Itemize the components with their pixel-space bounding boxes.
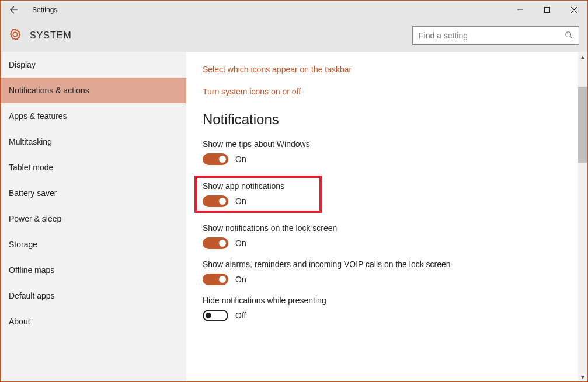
setting-label: Hide notifications while presenting bbox=[203, 296, 483, 305]
toggle-state: On bbox=[235, 239, 246, 248]
sidebar-item-apps[interactable]: Apps & features bbox=[1, 103, 186, 129]
close-icon bbox=[570, 6, 577, 13]
window-controls bbox=[507, 1, 587, 19]
section-title: SYSTEM bbox=[30, 30, 72, 41]
svg-line-5 bbox=[570, 36, 573, 38]
sidebar-item-battery[interactable]: Battery saver bbox=[1, 180, 186, 206]
scroll-down-icon[interactable]: ▼ bbox=[578, 372, 587, 381]
toggle-alarms[interactable] bbox=[203, 274, 228, 285]
sidebar: Display Notifications & actions Apps & f… bbox=[1, 52, 186, 381]
link-system-icons[interactable]: Turn system icons on or off bbox=[203, 87, 571, 96]
toggle-tips[interactable] bbox=[203, 153, 228, 165]
setting-lockscreen-notifications: Show notifications on the lock screen On bbox=[203, 223, 571, 249]
sidebar-item-maps[interactable]: Offline maps bbox=[1, 257, 186, 283]
toggle-presenting[interactable] bbox=[203, 310, 228, 321]
search-icon bbox=[565, 31, 573, 41]
toggle-state: On bbox=[235, 197, 246, 206]
maximize-icon bbox=[544, 6, 551, 13]
search-input[interactable] bbox=[419, 27, 565, 44]
svg-rect-1 bbox=[545, 8, 550, 13]
sidebar-item-about[interactable]: About bbox=[1, 309, 186, 334]
window-title: Settings bbox=[32, 6, 57, 14]
link-taskbar-icons[interactable]: Select which icons appear on the taskbar bbox=[203, 65, 571, 74]
scrollbar-track[interactable]: ▲ ▼ bbox=[578, 52, 587, 381]
toggle-lockscreen[interactable] bbox=[203, 237, 228, 249]
back-button[interactable] bbox=[1, 1, 27, 19]
toggle-state: Off bbox=[235, 311, 246, 320]
content: Select which icons appear on the taskbar… bbox=[186, 52, 587, 381]
minimize-icon bbox=[517, 6, 524, 13]
notifications-heading: Notifications bbox=[203, 111, 571, 128]
title-bar: Settings bbox=[1, 1, 587, 19]
sidebar-item-multitasking[interactable]: Multitasking bbox=[1, 129, 186, 155]
sidebar-item-defaults[interactable]: Default apps bbox=[1, 283, 186, 309]
toggle-state: On bbox=[235, 275, 246, 284]
close-button[interactable] bbox=[561, 1, 587, 19]
toggle-app-notifications[interactable] bbox=[203, 195, 228, 207]
sidebar-item-display[interactable]: Display bbox=[1, 52, 186, 78]
setting-label: Show alarms, reminders and incoming VOIP… bbox=[203, 260, 483, 269]
setting-label: Show me tips about Windows bbox=[203, 139, 483, 149]
setting-label: Show notifications on the lock screen bbox=[203, 223, 483, 233]
sidebar-item-notifications[interactable]: Notifications & actions bbox=[1, 78, 186, 103]
toggle-state: On bbox=[235, 155, 246, 164]
search-box[interactable] bbox=[412, 26, 579, 45]
sidebar-item-power[interactable]: Power & sleep bbox=[1, 206, 186, 232]
sidebar-item-storage[interactable]: Storage bbox=[1, 232, 186, 257]
setting-app-notifications-highlight: Show app notifications On bbox=[194, 176, 322, 213]
svg-point-4 bbox=[566, 31, 571, 37]
setting-alarms-voip: Show alarms, reminders and incoming VOIP… bbox=[203, 260, 571, 285]
gear-icon bbox=[9, 28, 22, 43]
scroll-up-icon[interactable]: ▲ bbox=[578, 52, 587, 61]
setting-hide-presenting: Hide notifications while presenting Off bbox=[203, 296, 571, 321]
setting-label: Show app notifications bbox=[203, 181, 314, 191]
back-arrow-icon bbox=[9, 5, 19, 15]
header: SYSTEM bbox=[1, 19, 587, 52]
setting-tips: Show me tips about Windows On bbox=[203, 139, 571, 165]
body-area: Display Notifications & actions Apps & f… bbox=[1, 52, 587, 381]
scrollbar-thumb[interactable] bbox=[578, 87, 587, 163]
sidebar-item-tablet[interactable]: Tablet mode bbox=[1, 155, 186, 180]
maximize-button[interactable] bbox=[534, 1, 561, 19]
minimize-button[interactable] bbox=[507, 1, 534, 19]
